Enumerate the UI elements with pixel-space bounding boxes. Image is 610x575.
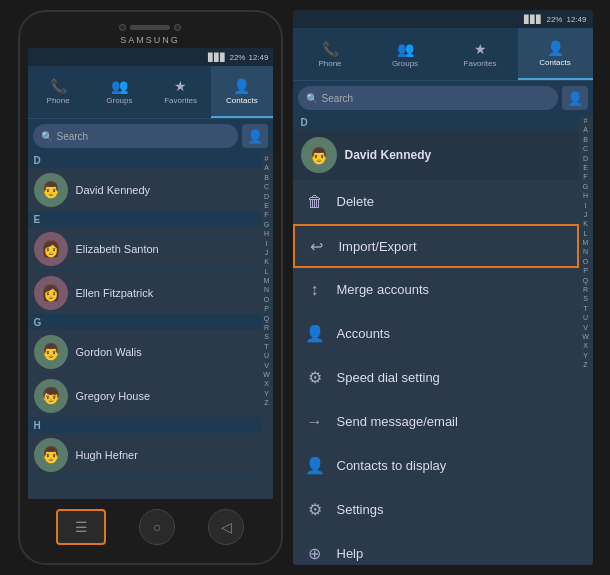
contact-name: Gregory House bbox=[76, 390, 151, 402]
contact-preview: 👨 David Kennedy bbox=[293, 130, 579, 180]
menu-label-delete: Delete bbox=[337, 194, 375, 209]
right-status-bar: ▊▊▊ 22% 12:49 bbox=[293, 10, 593, 28]
import-export-icon: ↩ bbox=[307, 237, 327, 256]
search-icon: 🔍 bbox=[41, 131, 53, 142]
phone-top-bar bbox=[119, 24, 181, 31]
add-contact-icon-right: 👤 bbox=[567, 91, 583, 106]
panel-tab-contacts[interactable]: 👤 Contacts bbox=[518, 28, 593, 80]
phone-icon: 📞 bbox=[50, 78, 67, 94]
tab-contacts[interactable]: 👤 Contacts bbox=[211, 66, 272, 118]
tab-favorites[interactable]: ★ Favorites bbox=[150, 66, 211, 118]
battery-text: 22% bbox=[229, 53, 245, 62]
list-item[interactable]: 👨 Gordon Walis bbox=[28, 330, 261, 374]
avatar: 👩 bbox=[34, 232, 68, 266]
menu-label-settings: Settings bbox=[337, 502, 384, 517]
section-d: D bbox=[28, 153, 261, 168]
list-item[interactable]: 👨 Hugh Hefner bbox=[28, 433, 261, 477]
menu-item-accounts[interactable]: 👤 Accounts bbox=[293, 312, 579, 356]
tab-phone-label: Phone bbox=[47, 96, 70, 105]
tab-groups-label: Groups bbox=[106, 96, 132, 105]
contact-name: Elizabeth Santon bbox=[76, 243, 159, 255]
menu-item-contacts-to-display[interactable]: 👤 Contacts to display bbox=[293, 444, 579, 488]
add-contact-button[interactable]: 👤 bbox=[242, 124, 268, 148]
phone-speaker bbox=[130, 25, 170, 30]
menu-item-send-message[interactable]: → Send message/email bbox=[293, 400, 579, 444]
menu-item-delete[interactable]: 🗑 Delete bbox=[293, 180, 579, 224]
add-contact-button-right[interactable]: 👤 bbox=[562, 86, 588, 110]
menu-label-help: Help bbox=[337, 546, 364, 561]
preview-name: David Kennedy bbox=[345, 148, 432, 162]
contacts-tab-icon: 👤 bbox=[547, 40, 564, 56]
menu-button[interactable]: ☰ bbox=[56, 509, 106, 545]
panel-tab-phone-label: Phone bbox=[318, 59, 341, 68]
menu-item-speed-dial[interactable]: ⚙ Speed dial setting bbox=[293, 356, 579, 400]
menu-item-merge-accounts[interactable]: ↕ Merge accounts bbox=[293, 268, 579, 312]
time-text: 12:49 bbox=[566, 15, 586, 24]
menu-item-settings[interactable]: ⚙ Settings bbox=[293, 488, 579, 532]
avatar: 👦 bbox=[34, 379, 68, 413]
menu-label-send-message: Send message/email bbox=[337, 414, 458, 429]
avatar: 👨 bbox=[34, 173, 68, 207]
alpha-index: #AB CDE FGH IJK LMN OPQ RST UVW XYZ bbox=[261, 153, 273, 499]
front-sensor bbox=[174, 24, 181, 31]
panel-tab-phone[interactable]: 📞 Phone bbox=[293, 28, 368, 80]
menu-label-import-export: Import/Export bbox=[339, 239, 417, 254]
preview-avatar: 👨 bbox=[301, 137, 337, 173]
groups-tab-icon: 👥 bbox=[397, 41, 414, 57]
tab-groups[interactable]: 👥 Groups bbox=[89, 66, 150, 118]
left-screen: ▊▊▊ 22% 12:49 📞 Phone 👥 Groups ★ Favorit… bbox=[28, 48, 273, 499]
list-item[interactable]: 👦 Gregory House bbox=[28, 374, 261, 418]
search-text: Search bbox=[322, 93, 354, 104]
left-phone: SAMSUNG ▊▊▊ 22% 12:49 📞 Phone 👥 Groups ★… bbox=[18, 10, 283, 565]
panel-tab-groups[interactable]: 👥 Groups bbox=[368, 28, 443, 80]
right-panel: ▊▊▊ 22% 12:49 📞 Phone 👥 Groups ★ Favorit… bbox=[293, 10, 593, 565]
add-contact-icon: 👤 bbox=[247, 129, 263, 144]
menu-label-contacts-display: Contacts to display bbox=[337, 458, 447, 473]
list-item[interactable]: 👨 David Kennedy bbox=[28, 168, 261, 212]
dropdown-section-d: D bbox=[293, 115, 579, 130]
search-icon: 🔍 bbox=[306, 93, 318, 104]
signal-icon: ▊▊▊ bbox=[524, 15, 542, 24]
contact-name: Gordon Walis bbox=[76, 346, 142, 358]
phone-tab-icon: 📞 bbox=[322, 41, 339, 57]
back-icon: ◁ bbox=[221, 519, 232, 535]
delete-icon: 🗑 bbox=[305, 193, 325, 211]
menu-label-merge-accounts: Merge accounts bbox=[337, 282, 430, 297]
front-camera bbox=[119, 24, 126, 31]
panel-tab-favorites[interactable]: ★ Favorites bbox=[443, 28, 518, 80]
avatar: 👨 bbox=[34, 438, 68, 472]
back-button[interactable]: ◁ bbox=[208, 509, 244, 545]
left-search-bar: 🔍 Search 👤 bbox=[28, 118, 273, 153]
accounts-icon: 👤 bbox=[305, 324, 325, 343]
samsung-logo: SAMSUNG bbox=[120, 35, 180, 45]
list-item[interactable]: 👩 Elizabeth Santon bbox=[28, 227, 261, 271]
contacts-display-icon: 👤 bbox=[305, 456, 325, 475]
panel-tab-contacts-label: Contacts bbox=[539, 58, 571, 67]
groups-icon: 👥 bbox=[111, 78, 128, 94]
left-search-input[interactable]: 🔍 Search bbox=[33, 124, 238, 148]
left-contact-list: D 👨 David Kennedy E 👩 Elizabeth Santon 👩… bbox=[28, 153, 273, 499]
speed-dial-icon: ⚙ bbox=[305, 368, 325, 387]
menu-item-import-export[interactable]: ↩ Import/Export bbox=[293, 224, 579, 268]
tab-phone[interactable]: 📞 Phone bbox=[28, 66, 89, 118]
tab-favorites-label: Favorites bbox=[164, 96, 197, 105]
help-icon: ⊕ bbox=[305, 544, 325, 563]
menu-item-help[interactable]: ⊕ Help bbox=[293, 532, 579, 565]
panel-tab-groups-label: Groups bbox=[392, 59, 418, 68]
home-icon: ○ bbox=[153, 519, 161, 535]
send-message-icon: → bbox=[305, 413, 325, 431]
menu-label-accounts: Accounts bbox=[337, 326, 390, 341]
home-button[interactable]: ○ bbox=[139, 509, 175, 545]
list-item[interactable]: 👩 Ellen Fitzpatrick bbox=[28, 271, 261, 315]
search-placeholder: Search bbox=[57, 131, 89, 142]
contact-name: Ellen Fitzpatrick bbox=[76, 287, 154, 299]
contact-name: David Kennedy bbox=[76, 184, 151, 196]
section-e: E bbox=[28, 212, 261, 227]
contact-list-inner: D 👨 David Kennedy E 👩 Elizabeth Santon 👩… bbox=[28, 153, 261, 499]
contacts-icon: 👤 bbox=[233, 78, 250, 94]
dropdown-menu: D 👨 David Kennedy 🗑 Delete ↩ Import/Expo… bbox=[293, 115, 593, 565]
right-search-input[interactable]: 🔍 Search bbox=[298, 86, 558, 110]
time-text: 12:49 bbox=[248, 53, 268, 62]
signal-icon: ▊▊▊ bbox=[208, 53, 226, 62]
battery-text: 22% bbox=[546, 15, 562, 24]
